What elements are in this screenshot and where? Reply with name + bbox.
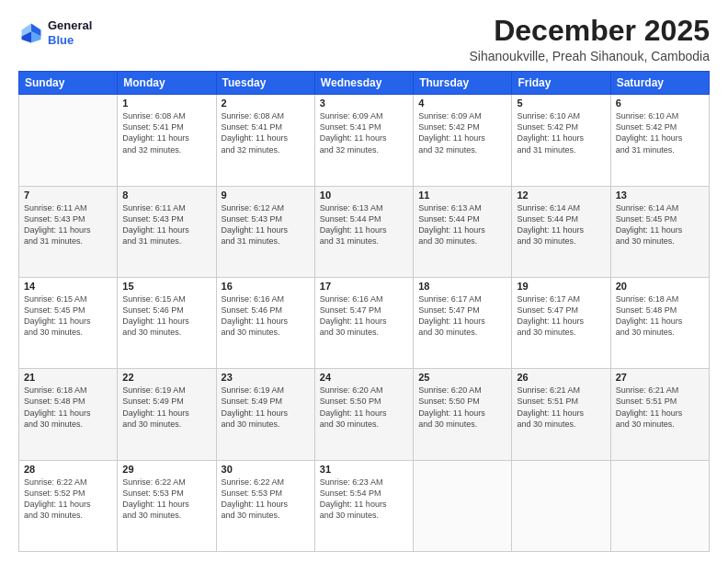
day-number: 1 xyxy=(122,98,210,109)
day-info: Sunrise: 6:09 AMSunset: 5:41 PMDaylight:… xyxy=(320,110,408,155)
daylight-line2: and 30 minutes. xyxy=(24,419,112,430)
daylight-line2: and 32 minutes. xyxy=(222,144,310,155)
table-row: 10Sunrise: 6:13 AMSunset: 5:44 PMDayligh… xyxy=(314,186,413,277)
day-number: 12 xyxy=(517,190,605,201)
day-number: 14 xyxy=(24,281,112,292)
daylight-line1: Daylight: 11 hours xyxy=(320,316,408,327)
sunset-text: Sunset: 5:43 PM xyxy=(122,213,210,224)
table-row: 11Sunrise: 6:13 AMSunset: 5:44 PMDayligh… xyxy=(414,186,512,277)
daylight-line2: and 31 minutes. xyxy=(122,236,210,247)
sunrise-text: Sunrise: 6:15 AM xyxy=(24,293,112,304)
day-info: Sunrise: 6:15 AMSunset: 5:45 PMDaylight:… xyxy=(24,293,112,339)
col-wednesday: Wednesday xyxy=(314,72,413,95)
table-row: 1Sunrise: 6:08 AMSunset: 5:41 PMDaylight… xyxy=(118,95,216,186)
daylight-line1: Daylight: 11 hours xyxy=(222,316,310,327)
day-number: 10 xyxy=(320,190,408,201)
table-row: 26Sunrise: 6:21 AMSunset: 5:51 PMDayligh… xyxy=(512,369,610,460)
day-info: Sunrise: 6:15 AMSunset: 5:46 PMDaylight:… xyxy=(122,293,210,339)
table-row: 16Sunrise: 6:16 AMSunset: 5:46 PMDayligh… xyxy=(216,277,314,368)
day-info: Sunrise: 6:10 AMSunset: 5:42 PMDaylight:… xyxy=(616,110,704,155)
table-row xyxy=(610,460,709,551)
daylight-line1: Daylight: 11 hours xyxy=(517,224,605,236)
day-number: 3 xyxy=(320,98,408,109)
sunset-text: Sunset: 5:46 PM xyxy=(222,304,310,316)
col-saturday: Saturday xyxy=(610,72,709,95)
sunrise-text: Sunrise: 6:13 AM xyxy=(418,202,506,213)
daylight-line1: Daylight: 11 hours xyxy=(222,408,310,419)
day-number: 19 xyxy=(517,281,605,292)
daylight-line1: Daylight: 11 hours xyxy=(24,499,112,510)
sunset-text: Sunset: 5:44 PM xyxy=(418,213,506,224)
sunrise-text: Sunrise: 6:10 AM xyxy=(517,110,605,121)
day-info: Sunrise: 6:22 AMSunset: 5:53 PMDaylight:… xyxy=(122,477,210,522)
sunrise-text: Sunrise: 6:19 AM xyxy=(122,385,210,396)
daylight-text: Daylight: 11 hoursand 32 minutes. xyxy=(320,132,408,155)
sunset-text: Sunset: 5:53 PM xyxy=(122,488,210,499)
day-number: 9 xyxy=(222,190,310,201)
day-info: Sunrise: 6:09 AMSunset: 5:42 PMDaylight:… xyxy=(418,110,506,155)
table-row: 8Sunrise: 6:11 AMSunset: 5:43 PMDaylight… xyxy=(118,186,216,277)
daylight-line2: and 30 minutes. xyxy=(517,419,605,430)
daylight-line2: and 32 minutes. xyxy=(122,144,210,155)
daylight-text: Daylight: 11 hoursand 31 minutes. xyxy=(616,132,704,155)
daylight-text: Daylight: 11 hoursand 30 minutes. xyxy=(517,224,605,247)
daylight-line2: and 31 minutes. xyxy=(320,236,408,247)
sunset-text: Sunset: 5:42 PM xyxy=(517,121,605,132)
sunset-text: Sunset: 5:49 PM xyxy=(122,396,210,407)
day-info: Sunrise: 6:17 AMSunset: 5:47 PMDaylight:… xyxy=(418,293,506,339)
daylight-line1: Daylight: 11 hours xyxy=(24,224,112,236)
day-info: Sunrise: 6:14 AMSunset: 5:45 PMDaylight:… xyxy=(616,202,704,247)
daylight-line2: and 30 minutes. xyxy=(418,419,506,430)
daylight-line2: and 30 minutes. xyxy=(418,236,506,247)
sunrise-text: Sunrise: 6:22 AM xyxy=(24,477,112,488)
sunrise-text: Sunrise: 6:20 AM xyxy=(418,385,506,396)
daylight-text: Daylight: 11 hoursand 30 minutes. xyxy=(222,499,310,521)
sunset-text: Sunset: 5:52 PM xyxy=(24,488,112,499)
daylight-line2: and 30 minutes. xyxy=(320,327,408,338)
day-info: Sunrise: 6:19 AMSunset: 5:49 PMDaylight:… xyxy=(222,385,310,430)
day-number: 15 xyxy=(122,281,210,292)
daylight-text: Daylight: 11 hoursand 30 minutes. xyxy=(24,316,112,338)
sunrise-text: Sunrise: 6:20 AM xyxy=(320,385,408,396)
daylight-line2: and 30 minutes. xyxy=(320,510,408,521)
daylight-line2: and 30 minutes. xyxy=(24,510,112,521)
sunset-text: Sunset: 5:43 PM xyxy=(222,213,310,224)
table-row: 21Sunrise: 6:18 AMSunset: 5:48 PMDayligh… xyxy=(19,369,118,460)
daylight-line1: Daylight: 11 hours xyxy=(517,316,605,327)
table-row: 18Sunrise: 6:17 AMSunset: 5:47 PMDayligh… xyxy=(414,277,512,368)
sunset-text: Sunset: 5:50 PM xyxy=(418,396,506,407)
day-info: Sunrise: 6:11 AMSunset: 5:43 PMDaylight:… xyxy=(24,202,112,247)
title-block: December 2025 Sihanoukville, Preah Sihan… xyxy=(470,15,711,63)
sunrise-text: Sunrise: 6:09 AM xyxy=(320,110,408,121)
daylight-line2: and 30 minutes. xyxy=(616,236,704,247)
daylight-line1: Daylight: 11 hours xyxy=(517,132,605,144)
table-row xyxy=(19,95,118,186)
sunset-text: Sunset: 5:43 PM xyxy=(24,213,112,224)
table-row: 5Sunrise: 6:10 AMSunset: 5:42 PMDaylight… xyxy=(512,95,610,186)
daylight-text: Daylight: 11 hoursand 30 minutes. xyxy=(616,316,704,338)
col-monday: Monday xyxy=(118,72,216,95)
table-row: 13Sunrise: 6:14 AMSunset: 5:45 PMDayligh… xyxy=(610,186,709,277)
daylight-text: Daylight: 11 hoursand 32 minutes. xyxy=(418,132,506,155)
sunrise-text: Sunrise: 6:08 AM xyxy=(222,110,310,121)
sunrise-text: Sunrise: 6:18 AM xyxy=(24,385,112,396)
sunset-text: Sunset: 5:47 PM xyxy=(418,304,506,316)
daylight-line1: Daylight: 11 hours xyxy=(122,408,210,419)
logo-line2: Blue xyxy=(48,33,74,47)
day-number: 4 xyxy=(418,98,506,109)
daylight-line2: and 31 minutes. xyxy=(517,144,605,155)
daylight-line2: and 32 minutes. xyxy=(418,144,506,155)
day-number: 26 xyxy=(517,372,605,383)
logo-text: General Blue xyxy=(48,18,92,47)
day-number: 16 xyxy=(222,281,310,292)
daylight-line1: Daylight: 11 hours xyxy=(24,408,112,419)
daylight-line1: Daylight: 11 hours xyxy=(616,132,704,144)
day-info: Sunrise: 6:11 AMSunset: 5:43 PMDaylight:… xyxy=(122,202,210,247)
day-number: 30 xyxy=(222,464,310,475)
daylight-line2: and 30 minutes. xyxy=(222,510,310,521)
daylight-line1: Daylight: 11 hours xyxy=(320,224,408,236)
day-info: Sunrise: 6:19 AMSunset: 5:49 PMDaylight:… xyxy=(122,385,210,430)
day-info: Sunrise: 6:23 AMSunset: 5:54 PMDaylight:… xyxy=(320,477,408,522)
daylight-line1: Daylight: 11 hours xyxy=(222,132,310,144)
table-row: 6Sunrise: 6:10 AMSunset: 5:42 PMDaylight… xyxy=(610,95,709,186)
